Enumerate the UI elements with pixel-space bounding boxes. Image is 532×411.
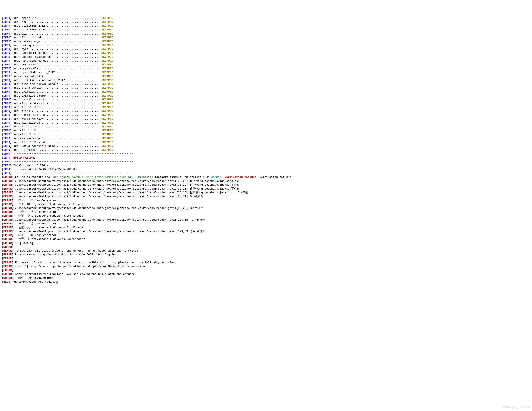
log-line: [ERROR] 符号: 类 JsonGenerator — [2, 210, 530, 214]
log-line: [INFO] hudi-flink1.18.x ................… — [2, 105, 530, 109]
log-line: [INFO] ---------------------------------… — [2, 152, 530, 156]
log-line: [ERROR] After correcting the problems, y… — [2, 272, 530, 276]
log-line: [INFO] hudi-gcp ........................… — [2, 20, 530, 24]
log-line: [INFO] hudi-datahub-sync-bundle ........… — [2, 55, 530, 59]
log-line: [ERROR] — [2, 245, 530, 249]
log-line: [ERROR] 位置: 类 org.apache.hudi.avro.JsonE… — [2, 226, 530, 229]
log-line: [ERROR] mvn -rf :hudi-common — [2, 276, 530, 280]
log-line: [INFO] hudi-flink-client ...............… — [2, 36, 530, 40]
log-line: [INFO] Total time: 18.704 s — [2, 164, 530, 168]
log-line: [INFO] hudi-examples-java ..............… — [2, 117, 530, 121]
log-line: [ERROR] 符号: 类 JsonGenerator — [2, 199, 530, 202]
log-line: [INFO] hudi-gcp-bundle .................… — [2, 67, 530, 71]
log-line: [INFO] hudi-spark_2.12 .................… — [2, 16, 530, 20]
log-line: [ERROR] /Users/carter/Desktop/study/hudi… — [2, 195, 530, 199]
log-line: [INFO] hudi-flink1.17.x ................… — [2, 133, 530, 136]
log-line: [INFO] hudi-utilities_2.12 .............… — [2, 24, 530, 28]
log-line: [INFO] hudi-sync .......................… — [2, 47, 530, 51]
log-line: [INFO] hudi-flink1.15.x ................… — [2, 125, 530, 129]
log-line: [ERROR] 位置: 类 org.apache.hudi.avro.JsonE… — [2, 214, 530, 218]
log-line: [INFO] hudi-flink-datasource ...........… — [2, 102, 530, 105]
log-line: [INFO] hudi-flink1.16.x ................… — [2, 129, 530, 133]
log-line: [INFO] hudi-datahub-sync ...............… — [2, 40, 530, 43]
log-line: [ERROR] — [2, 257, 530, 260]
log-line: [INFO] hudi-trino-bundle ...............… — [2, 86, 530, 90]
log-line: [ERROR] Re-run Maven using the -X switch… — [2, 253, 530, 257]
log-line: [INFO] hudi-presto-bundle ..............… — [2, 75, 530, 78]
log-line: [ERROR] Failed to execute goal org.apach… — [2, 175, 530, 179]
log-line: [ERROR] For more information about the e… — [2, 261, 530, 265]
log-line: [INFO] hudi-flink1.18-bundle ...........… — [2, 141, 530, 144]
log-line: [ERROR] /Users/carter/Desktop/study/hudi… — [2, 179, 530, 183]
cursor-icon — [57, 281, 58, 284]
log-line: [ERROR] 位置: 类 org.apache.hudi.avro.JsonE… — [2, 237, 530, 241]
log-line: [INFO] hudi-timeline-server-bundle .....… — [2, 82, 530, 86]
log-line: [INFO] hudi-cli ........................… — [2, 32, 530, 36]
log-line: [INFO] hudi-examples ...................… — [2, 90, 530, 94]
log-line: [INFO] BUILD FAILURE — [2, 156, 530, 160]
log-line: [INFO] hudi-kafka-connect-bundle .......… — [2, 144, 530, 148]
log-line: [ERROR] To see the full stack trace of t… — [2, 249, 530, 253]
log-line: [ERROR] /Users/carter/Desktop/study/hudi… — [2, 183, 530, 187]
log-line: [INFO] hudi-spark3.4-bundle_2.12 .......… — [2, 71, 530, 74]
log-line: [INFO] hudi-flink1.14.x ................… — [2, 121, 530, 125]
log-line: [ERROR] /Users/carter/Desktop/study/hudi… — [2, 206, 530, 210]
log-line: [INFO] hudi-cli-bundle_2.12 ............… — [2, 148, 530, 152]
log-line: [INFO] Finished at: 2024-02-18T14:24:57+… — [2, 168, 530, 172]
log-line: [ERROR] 符号: 类 JsonGenerator — [2, 222, 530, 226]
log-line: [INFO] hudi-examples-common ............… — [2, 94, 530, 98]
log-line: [INFO] hudi-examples-spark .............… — [2, 98, 530, 102]
log-line: [ERROR] — [2, 268, 530, 272]
log-line: [ERROR] /Users/carter/Desktop/study/hudi… — [2, 218, 530, 222]
log-line: [ERROR] [Help 1] http://cwiki.apache.org… — [2, 265, 530, 268]
log-line: [INFO] hudi-hadoop-mr-bundle ...........… — [2, 51, 530, 55]
log-line: [INFO] hudi-adb-sync ...................… — [2, 43, 530, 47]
log-line: [ERROR] /Users/carter/Desktop/study/hudi… — [2, 229, 530, 233]
log-line: [INFO] ---------------------------------… — [2, 160, 530, 164]
log-line: [INFO] hudi-flink ......................… — [2, 109, 530, 113]
terminal-output: [INFO] hudi-spark_2.12 .................… — [2, 16, 530, 284]
log-line: [INFO] hudi-examples-flink .............… — [2, 113, 530, 117]
log-line: [ERROR] -> [Help 1] — [2, 241, 530, 245]
log-line: [INFO] hudi-kafka-connect ..............… — [2, 137, 530, 141]
log-line: [ERROR] /Users/carter/Desktop/study/hudi… — [2, 187, 530, 191]
log-line: [INFO] hudi-aws-bundle .................… — [2, 63, 530, 67]
shell-prompt[interactable]: (base) carter@MacBook-Pro hudi % — [2, 280, 530, 284]
log-line: [INFO] ---------------------------------… — [2, 172, 530, 175]
log-line: [INFO] hudi-utilities-slim-bundle_2.12 .… — [2, 78, 530, 82]
log-line: [INFO] hudi-utilities-bundle_2.12 ......… — [2, 28, 530, 32]
log-line: [INFO] hudi-hive-sync-bundle ...........… — [2, 59, 530, 63]
log-line: [ERROR] /Users/carter/Desktop/study/hudi… — [2, 191, 530, 195]
log-line: [ERROR] 符号: 类 JsonGenerator — [2, 233, 530, 237]
log-line: [ERROR] 位置: 类 org.apache.hudi.avro.JsonE… — [2, 202, 530, 206]
